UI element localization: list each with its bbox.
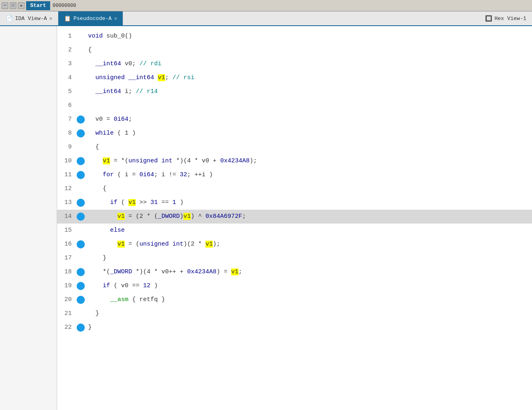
- sidebar: [0, 26, 57, 410]
- code-line-10: 10 v1 = *(unsigned int *)(4 * v0 + 0x423…: [57, 154, 532, 168]
- code-text-14: v1 = (2 * (_DWORD)v1) ^ 0x84A6972F;: [86, 210, 532, 224]
- breakpoint-8: [77, 129, 85, 137]
- code-line-1: 1 void sub_0(): [57, 29, 532, 43]
- code-text-19: if ( v0 == 12 ): [86, 279, 532, 293]
- start-label[interactable]: Start: [26, 1, 50, 10]
- breakpoint-20: [77, 296, 85, 304]
- code-line-19: 19 if ( v0 == 12 ): [57, 279, 532, 293]
- minimize-button[interactable]: ─: [2, 2, 8, 9]
- code-text-7: v0 = 0i64;: [86, 113, 532, 126]
- code-text-8: while ( 1 ): [86, 126, 532, 140]
- code-line-16: 16 v1 = (unsigned int)(2 * v1);: [57, 237, 532, 251]
- code-text-13: if ( v1 >> 31 == 1 ): [86, 196, 532, 210]
- tab-ida-view-close[interactable]: ✕: [49, 16, 52, 22]
- breakpoint-18: [77, 268, 85, 276]
- code-text-1: void sub_0(): [86, 29, 532, 43]
- code-text-5: __int64 i; // r14: [86, 85, 532, 99]
- line-num-19: 19: [57, 279, 77, 293]
- code-line-13: 13 if ( v1 >> 31 == 1 ): [57, 196, 532, 210]
- line-num-17: 17: [57, 251, 77, 265]
- code-line-18: 18 *(_DWORD *)(4 * v0++ + 0x4234A8) = v1…: [57, 265, 532, 279]
- line-num-11: 11: [57, 168, 77, 182]
- breakpoint-7: [77, 115, 85, 124]
- code-text-20: __asm { retfq }: [86, 293, 532, 307]
- code-area[interactable]: 1 void sub_0() 2 { 3 __int64 v0; // rdi …: [57, 26, 532, 410]
- code-line-3: 3 __int64 v0; // rdi: [57, 57, 532, 71]
- tab-ida-view-label: IDA View-A: [15, 16, 47, 22]
- code-line-8: 8 while ( 1 ): [57, 126, 532, 140]
- code-line-17: 17 }: [57, 251, 532, 265]
- tab-pseudocode-close[interactable]: ✕: [114, 16, 117, 22]
- maximize-button[interactable]: □: [10, 2, 16, 9]
- line-num-6: 6: [57, 99, 77, 113]
- line-num-12: 12: [57, 182, 77, 196]
- ida-view-icon: 📄: [6, 15, 13, 22]
- code-line-12: 12 {: [57, 182, 532, 196]
- line-num-4: 4: [57, 71, 77, 85]
- line-num-2: 2: [57, 43, 77, 57]
- breakpoint-19: [77, 282, 85, 290]
- code-text-12: {: [86, 182, 532, 196]
- code-text-21: }: [86, 307, 532, 321]
- breakpoint-22: [77, 324, 85, 332]
- tab-hex-view-label: Hex View-1: [494, 16, 526, 22]
- breakpoint-13: [77, 199, 85, 207]
- code-text-2: {: [86, 43, 532, 57]
- line-num-21: 21: [57, 307, 77, 321]
- line-num-14: 14: [57, 210, 77, 224]
- tab-hex-view[interactable]: 🔲 Hex View-1: [479, 11, 532, 25]
- code-line-5: 5 __int64 i; // r14: [57, 85, 532, 99]
- line-num-3: 3: [57, 57, 77, 71]
- code-line-9: 9 {: [57, 140, 532, 154]
- code-line-22: 22 }: [57, 321, 532, 335]
- line-num-15: 15: [57, 224, 77, 237]
- address-label: 00000000: [53, 3, 76, 9]
- hex-view-icon: 🔲: [485, 15, 492, 22]
- breakpoint-16: [77, 240, 85, 248]
- code-line-20: 20 __asm { retfq }: [57, 293, 532, 307]
- breakpoint-11: [77, 171, 85, 179]
- line-num-13: 13: [57, 196, 77, 210]
- code-line-15: 15 else: [57, 224, 532, 237]
- main-content: 1 void sub_0() 2 { 3 __int64 v0; // rdi …: [0, 26, 532, 410]
- code-text-22: }: [86, 321, 532, 335]
- line-num-7: 7: [57, 113, 77, 126]
- breakpoint-14: [77, 213, 85, 221]
- line-num-20: 20: [57, 293, 77, 307]
- tab-bar: 📄 IDA View-A ✕ 📋 Pseudocode-A ✕ 🔲 Hex Vi…: [0, 11, 532, 26]
- line-num-1: 1: [57, 29, 77, 43]
- breakpoint-10: [77, 157, 85, 165]
- line-num-8: 8: [57, 126, 77, 140]
- code-text-10: v1 = *(unsigned int *)(4 * v0 + 0x4234A8…: [86, 154, 532, 168]
- line-num-9: 9: [57, 140, 77, 154]
- code-text-4: unsigned __int64 v1; // rsi: [86, 71, 532, 85]
- code-line-21: 21 }: [57, 307, 532, 321]
- close-button[interactable]: ✕: [18, 2, 24, 9]
- code-text-3: __int64 v0; // rdi: [86, 57, 532, 71]
- code-line-11: 11 for ( i = 0i64; i != 32; ++i ): [57, 168, 532, 182]
- code-line-7: 7 v0 = 0i64;: [57, 113, 532, 126]
- line-num-22: 22: [57, 321, 77, 335]
- line-num-16: 16: [57, 237, 77, 251]
- code-text-17: }: [86, 251, 532, 265]
- title-bar: ─ □ ✕ Start 00000000: [0, 0, 532, 11]
- code-text-16: v1 = (unsigned int)(2 * v1);: [86, 237, 532, 251]
- code-line-14: 14 v1 = (2 * (_DWORD)v1) ^ 0x84A6972F;: [57, 210, 532, 224]
- tab-pseudocode-label: Pseudocode-A: [73, 16, 112, 22]
- tab-pseudocode[interactable]: 📋 Pseudocode-A ✕: [58, 11, 123, 25]
- line-num-10: 10: [57, 154, 77, 168]
- code-text-18: *(_DWORD *)(4 * v0++ + 0x4234A8) = v1;: [86, 265, 532, 279]
- line-num-5: 5: [57, 85, 77, 99]
- code-line-2: 2 {: [57, 43, 532, 57]
- code-text-11: for ( i = 0i64; i != 32; ++i ): [86, 168, 532, 182]
- code-line-4: 4 unsigned __int64 v1; // rsi: [57, 71, 532, 85]
- code-text-9: {: [86, 140, 532, 154]
- tab-ida-view[interactable]: 📄 IDA View-A ✕: [0, 11, 58, 25]
- code-text-15: else: [86, 224, 532, 237]
- pseudocode-icon: 📋: [64, 15, 71, 22]
- line-num-18: 18: [57, 265, 77, 279]
- code-line-6: 6: [57, 99, 532, 113]
